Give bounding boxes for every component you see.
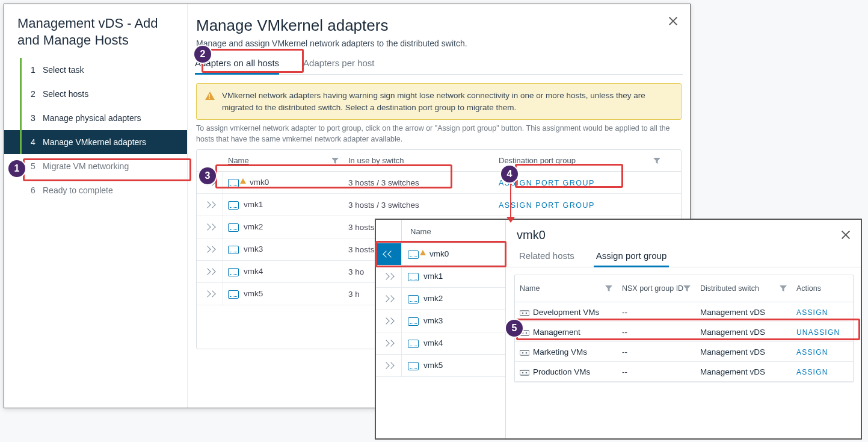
svg-point-2 — [526, 313, 528, 314]
assign-button[interactable]: ASSIGN — [796, 368, 828, 376]
col-name[interactable]: Name — [515, 281, 617, 297]
tab-adapters-per-host[interactable]: Adapters per host — [303, 52, 386, 74]
expand-row-button[interactable] — [197, 261, 223, 282]
adapter-name: vmk5 — [244, 289, 263, 298]
expand-row-button[interactable] — [376, 288, 402, 310]
svg-point-11 — [526, 372, 528, 374]
port-group-icon — [520, 309, 529, 316]
adapter-list: Name vmk0 vmk1 vmk2 vmk3 vmk4 — [376, 220, 506, 438]
svg-point-8 — [526, 352, 528, 354]
list-item[interactable]: vmk2 — [376, 288, 505, 310]
annotation-marker: 3 — [199, 167, 216, 184]
adapter-name: vmk0 — [250, 178, 269, 187]
nic-icon — [228, 246, 239, 254]
table-row: Production VMs -- Management vDS ASSIGN — [515, 362, 853, 382]
nic-icon — [228, 179, 239, 187]
filter-icon[interactable] — [331, 158, 339, 164]
expand-row-button[interactable] — [376, 266, 402, 287]
table-row: Management -- Management vDS UNASSIGN — [515, 322, 853, 342]
step-manage-vmkernel-adapters[interactable]: 4Manage VMkernel adapters — [4, 130, 187, 154]
expand-row-button[interactable] — [197, 216, 223, 238]
col-dswitch[interactable]: Distributed switch — [695, 281, 792, 297]
expand-row-button[interactable] — [197, 238, 223, 260]
svg-rect-6 — [520, 350, 529, 355]
assign-button[interactable]: ASSIGN — [796, 348, 828, 356]
filter-icon[interactable] — [605, 285, 612, 291]
table-row: vmk0 3 hosts / 3 switches ASSIGN PORT GR… — [197, 172, 681, 194]
list-item[interactable]: vmk1 — [376, 266, 505, 288]
expand-row-button[interactable] — [376, 332, 402, 354]
expand-row-button[interactable] — [197, 194, 223, 216]
page-title: Manage VMkernel adapters — [196, 16, 683, 35]
col-actions: Actions — [792, 281, 852, 297]
nic-icon — [408, 340, 419, 348]
nic-icon — [228, 223, 239, 232]
expand-row-button[interactable] — [376, 310, 402, 332]
annotation-marker: 5 — [506, 320, 523, 337]
assign-port-group-panel: Name vmk0 vmk1 vmk2 vmk3 vmk4 — [375, 219, 862, 440]
wizard-steps: 1Select task 2Select hosts 3Manage physi… — [4, 58, 187, 202]
expand-row-button[interactable] — [376, 355, 402, 376]
svg-rect-0 — [520, 311, 529, 316]
page-subtitle: Manage and assign VMkernel network adapt… — [196, 39, 683, 48]
close-icon[interactable] — [667, 15, 679, 27]
assign-port-group-button[interactable]: ASSIGN PORT GROUP — [499, 201, 595, 210]
in-use-value: 3 hosts / 3 switches — [343, 178, 494, 187]
nic-icon — [408, 251, 419, 259]
annotation-arrow — [510, 184, 511, 220]
adapter-name: vmk1 — [244, 200, 263, 209]
adapter-name: vmk3 — [244, 244, 263, 254]
annotation-arrowhead — [506, 217, 515, 223]
adapter-name: vmk2 — [244, 222, 263, 231]
nic-icon — [408, 295, 419, 303]
assign-button[interactable]: ASSIGN — [796, 308, 828, 317]
nic-icon — [408, 273, 419, 281]
col-in-use[interactable]: In use by switch — [343, 150, 494, 171]
filter-icon[interactable] — [780, 285, 787, 291]
filter-icon[interactable] — [683, 285, 691, 291]
detail-title: vmk0 — [506, 220, 861, 244]
step-ready-to-complete: 6Ready to complete — [4, 178, 187, 202]
step-select-task[interactable]: 1Select task — [4, 58, 187, 82]
port-group-detail: vmk0 Related hosts Assign port group Nam… — [506, 220, 861, 438]
svg-rect-9 — [520, 370, 529, 375]
filter-icon[interactable] — [653, 158, 660, 164]
port-group-icon — [520, 369, 529, 376]
annotation-marker: 1 — [8, 160, 25, 177]
wizard-title: Management vDS - Add and Manage Hosts — [17, 15, 174, 48]
unassign-button[interactable]: UNASSIGN — [796, 328, 840, 337]
list-item[interactable]: vmk0 — [376, 243, 505, 266]
warning-banner: VMkernel network adapters having warning… — [196, 83, 682, 120]
grid-header: Name NSX port group ID Distributed switc… — [515, 275, 853, 302]
svg-point-5 — [526, 332, 528, 334]
nic-icon — [408, 362, 419, 370]
step-select-hosts[interactable]: 2Select hosts — [4, 82, 187, 106]
svg-point-10 — [522, 372, 524, 374]
list-item[interactable]: vmk3 — [376, 310, 505, 332]
expand-row-button[interactable] — [197, 283, 223, 305]
nic-icon — [408, 317, 419, 326]
svg-point-1 — [522, 313, 524, 314]
step-manage-physical-adapters[interactable]: 3Manage physical adapters — [4, 106, 187, 130]
nic-icon — [228, 268, 239, 276]
col-name[interactable]: Name — [223, 150, 343, 171]
port-group-icon — [520, 349, 529, 356]
svg-point-4 — [522, 332, 524, 334]
port-group-grid: Name NSX port group ID Distributed switc… — [514, 275, 854, 382]
tab-related-hosts[interactable]: Related hosts — [517, 244, 577, 267]
tab-assign-port-group[interactable]: Assign port group — [594, 244, 669, 267]
list-item[interactable]: vmk4 — [376, 332, 505, 355]
collapse-row-button[interactable] — [376, 243, 402, 265]
col-destination[interactable]: Destination port group — [494, 150, 665, 171]
col-name[interactable]: Name — [402, 227, 505, 236]
table-row: Marketing VMs -- Management vDS ASSIGN — [515, 342, 853, 362]
warning-icon — [240, 178, 246, 184]
table-row: Development VMs -- Management vDS ASSIGN — [515, 302, 853, 322]
col-nsx-id[interactable]: NSX port group ID — [617, 281, 695, 297]
annotation-marker: 4 — [501, 166, 518, 182]
svg-point-7 — [522, 352, 524, 354]
list-item[interactable]: vmk5 — [376, 355, 505, 377]
in-use-value: 3 hosts / 3 switches — [343, 201, 494, 210]
close-icon[interactable] — [840, 229, 851, 240]
detail-tabs: Related hosts Assign port group — [506, 244, 861, 267]
